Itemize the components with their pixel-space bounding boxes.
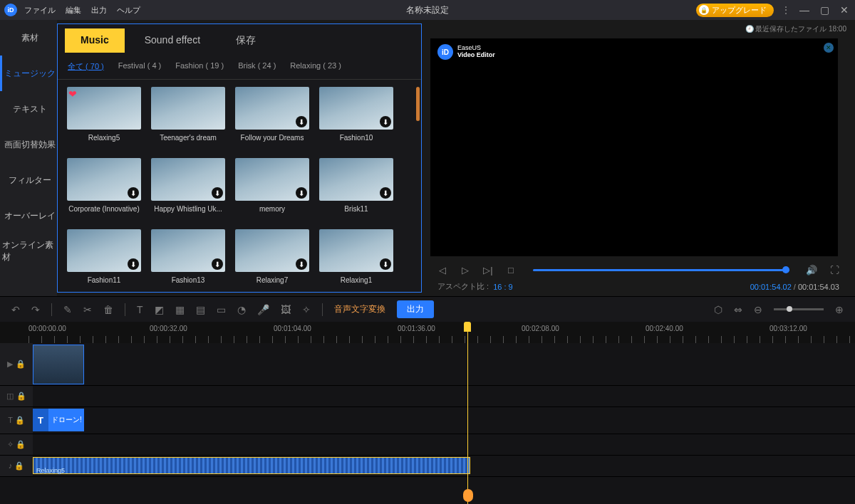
music-item[interactable]: ⬇Brisk11: [317, 158, 395, 226]
lib-tab-music[interactable]: Music: [65, 28, 125, 53]
maximize-button[interactable]: ▢: [818, 4, 831, 16]
vtab-overlay[interactable]: オーバーレイ: [0, 198, 57, 233]
lib-tab-saved[interactable]: 保存: [220, 28, 271, 53]
music-label: Brisk11: [344, 205, 368, 213]
filter-all[interactable]: 全て ( 70 ): [68, 61, 104, 72]
mosaic-icon[interactable]: ▦: [175, 304, 185, 315]
music-label: memory: [259, 205, 285, 213]
vtab-transition[interactable]: 画面切替効果: [0, 127, 57, 162]
menu-help[interactable]: ヘルプ: [117, 5, 140, 16]
download-icon[interactable]: ⬇: [212, 258, 223, 270]
speech-to-text-button[interactable]: 音声文字変換: [334, 303, 385, 315]
video-track-head[interactable]: ▶ 🔒: [0, 343, 33, 385]
prev-frame-button[interactable]: ◁: [436, 265, 449, 275]
duration-icon[interactable]: ◔: [237, 304, 246, 315]
lib-tab-sfx[interactable]: Sound effect: [129, 28, 216, 53]
download-icon[interactable]: ⬇: [380, 116, 391, 127]
music-item[interactable]: ⬇Fashion11: [65, 229, 143, 292]
crop-icon[interactable]: ◩: [155, 304, 164, 315]
vtab-text[interactable]: テキスト: [0, 91, 57, 127]
download-icon[interactable]: ⬇: [296, 187, 307, 199]
watermark-close-icon[interactable]: ✕: [824, 43, 834, 53]
vtab-media[interactable]: 素材: [0, 20, 57, 56]
redo-icon[interactable]: ↷: [31, 304, 40, 315]
fit-icon[interactable]: ⇔: [734, 304, 742, 315]
upgrade-button[interactable]: 🔒 アップグレード: [696, 4, 774, 17]
music-item[interactable]: ⬇Fashion13: [149, 229, 227, 292]
zoom-out-icon[interactable]: ⊖: [754, 304, 762, 315]
library-scrollbar[interactable]: [416, 87, 420, 121]
download-icon[interactable]: ⬇: [212, 187, 223, 199]
play-button[interactable]: ▷: [459, 265, 472, 275]
filter-relaxing[interactable]: Relaxing ( 23 ): [290, 61, 341, 72]
text-clip[interactable]: T ドローン!: [33, 409, 84, 431]
undo-icon[interactable]: ↶: [11, 304, 20, 315]
music-item[interactable]: ⬇Follow your Dreams: [233, 87, 311, 155]
grid-icon[interactable]: ▤: [196, 304, 205, 315]
music-label: Relaxing1: [341, 276, 372, 284]
menu-file[interactable]: ファイル: [24, 5, 56, 16]
timeline-ruler[interactable]: 00:00:00.00 00:00:32.00 00:01:04.00 00:0…: [0, 322, 855, 343]
snapshot-icon[interactable]: 🖼: [281, 304, 291, 315]
time-current: 00:01:54.02: [750, 283, 792, 291]
music-label: Teenager's dream: [160, 134, 217, 142]
vtab-music[interactable]: ミュージック: [0, 56, 57, 91]
playhead[interactable]: [467, 322, 468, 504]
voiceover-icon[interactable]: 🎤: [257, 304, 269, 315]
export-button[interactable]: 出力: [397, 300, 434, 318]
music-item[interactable]: ⬇Relaxing1: [317, 229, 395, 292]
volume-icon[interactable]: 🔊: [805, 265, 818, 275]
filter-track-head[interactable]: ✧ 🔒: [0, 434, 33, 455]
music-item[interactable]: ❤Relaxing5: [65, 87, 143, 155]
close-button[interactable]: ✕: [838, 4, 851, 16]
vtab-online[interactable]: オンライン素材: [0, 233, 57, 269]
marker-icon[interactable]: ⬡: [714, 304, 722, 315]
music-item[interactable]: Teenager's dream: [149, 87, 227, 155]
text-track-head[interactable]: T 🔒: [0, 407, 33, 434]
next-frame-button[interactable]: ▷|: [482, 265, 494, 275]
music-item[interactable]: ⬇memory: [233, 158, 311, 226]
download-icon[interactable]: ⬇: [380, 258, 391, 270]
pip-track-head[interactable]: ◫ 🔒: [0, 386, 33, 406]
download-icon[interactable]: ⬇: [380, 187, 391, 199]
music-item[interactable]: ⬇Relaxing7: [233, 229, 311, 292]
ruler-label: 00:01:04.00: [274, 325, 311, 332]
music-item[interactable]: ⬇Corporate (Innovative): [65, 158, 143, 226]
download-icon[interactable]: ⬇: [128, 258, 139, 270]
preview-player[interactable]: iD EaseUSVideo Editor ✕: [430, 38, 838, 256]
color-icon[interactable]: ✧: [302, 304, 311, 315]
fullscreen-icon[interactable]: ⛶: [828, 265, 841, 275]
text-tool-icon[interactable]: T: [137, 304, 143, 315]
download-icon[interactable]: ⬇: [128, 187, 139, 199]
menu-edit[interactable]: 編集: [66, 5, 81, 16]
preview-progress[interactable]: [533, 269, 789, 271]
zoom-in-icon[interactable]: ⊕: [835, 304, 844, 315]
filter-festival[interactable]: Festival ( 4 ): [118, 61, 162, 72]
download-icon[interactable]: ⬇: [296, 116, 307, 127]
edit-icon[interactable]: ✎: [63, 304, 72, 315]
minimize-button[interactable]: —: [798, 4, 811, 16]
music-item[interactable]: ⬇Fashion10: [317, 87, 395, 155]
video-clip[interactable]: [33, 345, 84, 384]
menu-output[interactable]: 出力: [91, 5, 107, 16]
stop-button[interactable]: □: [504, 265, 517, 275]
watermark-logo-icon: iD: [437, 44, 453, 60]
delete-icon[interactable]: 🗑: [103, 304, 113, 315]
freeze-icon[interactable]: ▭: [217, 304, 226, 315]
audio-clip[interactable]: Relaxing5: [33, 457, 470, 474]
music-grid: ❤Relaxing5 Teenager's dream ⬇Follow your…: [58, 80, 421, 292]
music-label: Corporate (Innovative): [68, 205, 140, 213]
more-menu-icon[interactable]: ⋮: [781, 4, 791, 16]
split-handle-icon[interactable]: [463, 489, 473, 502]
music-item[interactable]: ⬇Happy Whistling Uk...: [149, 158, 227, 226]
audio-track-head[interactable]: ♪ 🔒: [0, 456, 33, 476]
filter-fashion[interactable]: Fashion ( 19 ): [175, 61, 224, 72]
zoom-slider[interactable]: [774, 308, 824, 310]
filter-brisk[interactable]: Brisk ( 24 ): [238, 61, 276, 72]
split-icon[interactable]: ✂: [83, 304, 92, 315]
vtab-filter[interactable]: フィルター: [0, 162, 57, 198]
recent-saved-label[interactable]: 🕘最近保存したファイル 18:00: [428, 23, 849, 36]
clock-icon: 🕘: [745, 25, 754, 33]
aspect-value[interactable]: 16 : 9: [493, 283, 513, 291]
download-icon[interactable]: ⬇: [296, 258, 307, 270]
